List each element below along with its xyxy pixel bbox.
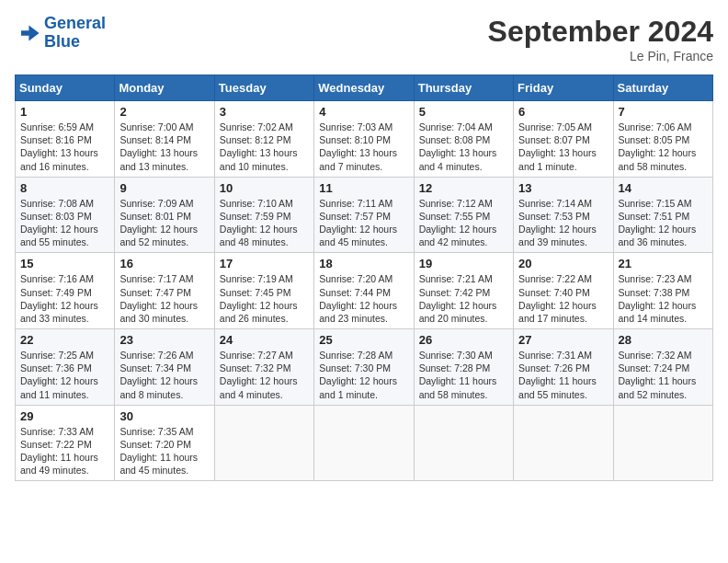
day-number: 28 — [619, 333, 708, 347]
table-row — [214, 405, 313, 481]
day-info: Sunrise: 7:28 AMSunset: 7:30 PMDaylight:… — [319, 349, 408, 401]
day-info: Sunrise: 7:00 AMSunset: 8:14 PMDaylight:… — [119, 121, 209, 173]
location: Le Pin, France — [488, 49, 713, 63]
table-row: 27Sunrise: 7:31 AMSunset: 7:26 PMDayligh… — [514, 329, 613, 406]
day-number: 20 — [518, 257, 608, 270]
title-block: September 2024 Le Pin, France — [488, 15, 713, 63]
day-number: 25 — [319, 333, 408, 347]
table-row: 13Sunrise: 7:14 AMSunset: 7:53 PMDayligh… — [514, 177, 613, 253]
table-row — [414, 405, 513, 481]
day-number: 17 — [220, 257, 309, 270]
day-info: Sunrise: 7:03 AMSunset: 8:10 PMDaylight:… — [319, 121, 408, 173]
calendar-body: 1Sunrise: 6:59 AMSunset: 8:16 PMDaylight… — [16, 101, 713, 481]
table-row: 8Sunrise: 7:08 AMSunset: 8:03 PMDaylight… — [16, 177, 115, 253]
table-row: 23Sunrise: 7:26 AMSunset: 7:34 PMDayligh… — [115, 329, 214, 406]
col-monday: Monday — [115, 75, 214, 101]
table-row: 29Sunrise: 7:33 AMSunset: 7:22 PMDayligh… — [16, 405, 115, 481]
day-number: 22 — [20, 333, 109, 347]
day-info: Sunrise: 7:15 AMSunset: 7:51 PMDaylight:… — [619, 197, 708, 249]
table-row: 20Sunrise: 7:22 AMSunset: 7:40 PMDayligh… — [514, 253, 613, 329]
day-info: Sunrise: 7:32 AMSunset: 7:24 PMDaylight:… — [619, 349, 708, 401]
month-title: September 2024 — [488, 15, 713, 49]
table-row: 28Sunrise: 7:32 AMSunset: 7:24 PMDayligh… — [613, 329, 712, 406]
day-number: 9 — [119, 181, 209, 195]
col-wednesday: Wednesday — [314, 75, 414, 101]
day-info: Sunrise: 7:09 AMSunset: 8:01 PMDaylight:… — [119, 197, 209, 249]
day-info: Sunrise: 7:10 AMSunset: 7:59 PMDaylight:… — [220, 197, 309, 249]
col-saturday: Saturday — [613, 75, 712, 101]
day-info: Sunrise: 7:26 AMSunset: 7:34 PMDaylight:… — [119, 349, 209, 401]
day-number: 5 — [419, 105, 508, 119]
day-info: Sunrise: 7:11 AMSunset: 7:57 PMDaylight:… — [319, 197, 408, 249]
day-number: 10 — [220, 181, 309, 195]
day-number: 13 — [518, 181, 608, 195]
table-row: 16Sunrise: 7:17 AMSunset: 7:47 PMDayligh… — [115, 253, 214, 329]
day-number: 16 — [119, 257, 209, 270]
table-row: 30Sunrise: 7:35 AMSunset: 7:20 PMDayligh… — [115, 405, 214, 481]
page-header: General Blue September 2024 Le Pin, Fran… — [15, 15, 713, 63]
table-row: 22Sunrise: 7:25 AMSunset: 7:36 PMDayligh… — [16, 329, 115, 406]
day-info: Sunrise: 7:19 AMSunset: 7:45 PMDaylight:… — [220, 272, 309, 325]
table-row: 6Sunrise: 7:05 AMSunset: 8:07 PMDaylight… — [514, 101, 613, 178]
day-number: 14 — [619, 181, 708, 195]
col-friday: Friday — [514, 75, 613, 101]
calendar-header: Sunday Monday Tuesday Wednesday Thursday… — [16, 75, 713, 101]
col-sunday: Sunday — [16, 75, 115, 101]
day-number: 24 — [220, 333, 309, 347]
day-number: 19 — [419, 257, 508, 270]
table-row: 11Sunrise: 7:11 AMSunset: 7:57 PMDayligh… — [314, 177, 414, 253]
table-row: 18Sunrise: 7:20 AMSunset: 7:44 PMDayligh… — [314, 253, 414, 329]
day-info: Sunrise: 7:22 AMSunset: 7:40 PMDaylight:… — [518, 272, 608, 325]
logo-text: General Blue — [44, 15, 106, 52]
table-row: 5Sunrise: 7:04 AMSunset: 8:08 PMDaylight… — [414, 101, 513, 178]
day-info: Sunrise: 7:16 AMSunset: 7:49 PMDaylight:… — [20, 272, 109, 325]
day-number: 7 — [619, 105, 708, 119]
table-row: 1Sunrise: 6:59 AMSunset: 8:16 PMDaylight… — [16, 101, 115, 178]
day-number: 1 — [20, 105, 109, 119]
day-number: 6 — [518, 105, 608, 119]
day-info: Sunrise: 7:17 AMSunset: 7:47 PMDaylight:… — [119, 272, 209, 325]
day-number: 15 — [20, 257, 109, 270]
day-number: 23 — [119, 333, 209, 347]
day-info: Sunrise: 7:14 AMSunset: 7:53 PMDaylight:… — [518, 197, 608, 249]
day-info: Sunrise: 7:05 AMSunset: 8:07 PMDaylight:… — [518, 121, 608, 173]
day-number: 3 — [220, 105, 309, 119]
day-info: Sunrise: 7:04 AMSunset: 8:08 PMDaylight:… — [419, 121, 508, 173]
day-info: Sunrise: 7:33 AMSunset: 7:22 PMDaylight:… — [20, 425, 109, 477]
svg-marker-0 — [21, 25, 40, 40]
table-row: 9Sunrise: 7:09 AMSunset: 8:01 PMDaylight… — [115, 177, 214, 253]
day-number: 8 — [20, 181, 109, 195]
table-row: 4Sunrise: 7:03 AMSunset: 8:10 PMDaylight… — [314, 101, 414, 178]
day-info: Sunrise: 7:30 AMSunset: 7:28 PMDaylight:… — [419, 349, 508, 401]
table-row — [314, 405, 414, 481]
day-number: 21 — [619, 257, 708, 270]
day-number: 12 — [419, 181, 508, 195]
logo: General Blue — [15, 15, 106, 52]
table-row: 14Sunrise: 7:15 AMSunset: 7:51 PMDayligh… — [613, 177, 712, 253]
day-number: 2 — [119, 105, 209, 119]
day-info: Sunrise: 7:25 AMSunset: 7:36 PMDaylight:… — [20, 349, 109, 401]
table-row: 19Sunrise: 7:21 AMSunset: 7:42 PMDayligh… — [414, 253, 513, 329]
table-row: 10Sunrise: 7:10 AMSunset: 7:59 PMDayligh… — [214, 177, 313, 253]
calendar-table: Sunday Monday Tuesday Wednesday Thursday… — [15, 75, 713, 481]
day-number: 11 — [319, 181, 408, 195]
day-info: Sunrise: 7:31 AMSunset: 7:26 PMDaylight:… — [518, 349, 608, 401]
table-row: 17Sunrise: 7:19 AMSunset: 7:45 PMDayligh… — [214, 253, 313, 329]
day-info: Sunrise: 7:08 AMSunset: 8:03 PMDaylight:… — [20, 197, 109, 249]
table-row: 24Sunrise: 7:27 AMSunset: 7:32 PMDayligh… — [214, 329, 313, 406]
day-info: Sunrise: 7:20 AMSunset: 7:44 PMDaylight:… — [319, 272, 408, 325]
day-info: Sunrise: 6:59 AMSunset: 8:16 PMDaylight:… — [20, 121, 109, 173]
day-number: 26 — [419, 333, 508, 347]
table-row: 12Sunrise: 7:12 AMSunset: 7:55 PMDayligh… — [414, 177, 513, 253]
day-info: Sunrise: 7:21 AMSunset: 7:42 PMDaylight:… — [419, 272, 508, 325]
day-number: 18 — [319, 257, 408, 270]
day-info: Sunrise: 7:27 AMSunset: 7:32 PMDaylight:… — [220, 349, 309, 401]
table-row: 21Sunrise: 7:23 AMSunset: 7:38 PMDayligh… — [613, 253, 712, 329]
day-number: 4 — [319, 105, 408, 119]
col-tuesday: Tuesday — [214, 75, 313, 101]
logo-icon — [15, 20, 40, 46]
day-info: Sunrise: 7:12 AMSunset: 7:55 PMDaylight:… — [419, 197, 508, 249]
day-number: 30 — [119, 409, 209, 423]
day-info: Sunrise: 7:02 AMSunset: 8:12 PMDaylight:… — [220, 121, 309, 173]
table-row: 25Sunrise: 7:28 AMSunset: 7:30 PMDayligh… — [314, 329, 414, 406]
